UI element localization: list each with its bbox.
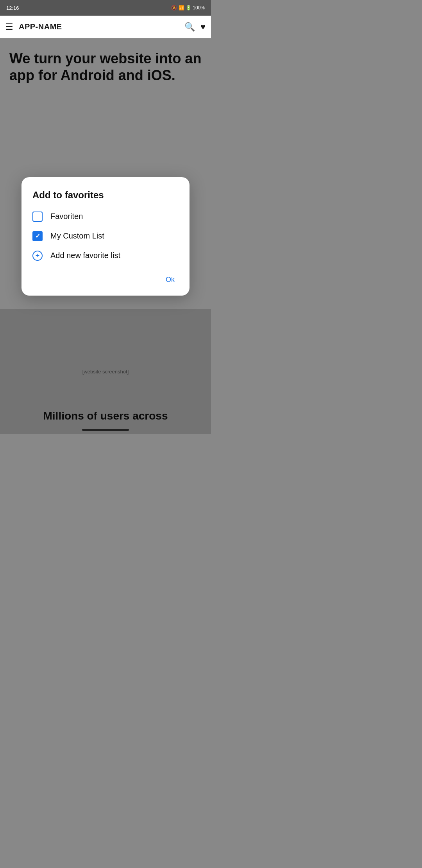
add-to-favorites-dialog: Add to favorites Favoriten My Custom Lis… — [21, 177, 190, 296]
menu-icon[interactable]: ☰ — [5, 22, 13, 32]
status-bar: 12:16 🔕 📶 🔋 100% — [0, 0, 211, 16]
background-content: We turn your website into an app for And… — [0, 38, 211, 434]
favoriten-label: Favoriten — [50, 212, 83, 221]
add-new-list-icon: + — [32, 251, 43, 261]
favoriten-checkbox[interactable] — [32, 212, 43, 222]
add-new-list-item[interactable]: + Add new favorite list — [32, 251, 179, 261]
my-custom-list-checkbox[interactable] — [32, 231, 43, 241]
favoriten-item[interactable]: Favoriten — [32, 212, 179, 222]
search-icon[interactable]: 🔍 — [184, 22, 195, 32]
ok-button[interactable]: Ok — [162, 273, 179, 286]
dialog-footer: Ok — [32, 273, 179, 286]
add-new-list-label: Add new favorite list — [50, 251, 120, 260]
modal-overlay: Add to favorites Favoriten My Custom Lis… — [0, 38, 211, 434]
my-custom-list-label: My Custom List — [50, 231, 104, 240]
favorite-icon[interactable]: ♥ — [200, 22, 206, 32]
app-title: APP-NAME — [19, 22, 179, 31]
app-header: ☰ APP-NAME 🔍 ♥ — [0, 16, 211, 38]
dialog-title: Add to favorites — [32, 190, 179, 201]
status-icons: 🔕 📶 🔋 100% — [171, 5, 205, 11]
status-time: 12:16 — [6, 5, 19, 11]
my-custom-list-item[interactable]: My Custom List — [32, 231, 179, 241]
